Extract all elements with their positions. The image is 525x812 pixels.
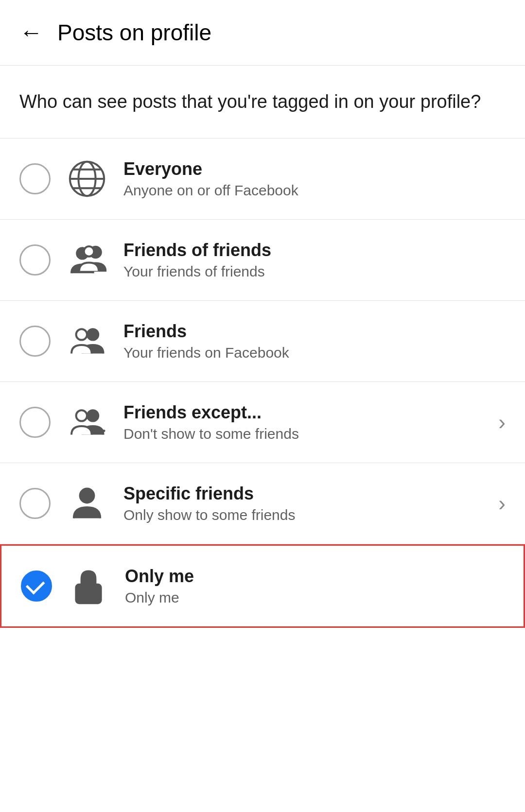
option-text-specific_friends: Specific friendsOnly show to some friend… [123,484,489,523]
back-button[interactable]: ← [19,21,43,44]
option-sublabel-friends_of_friends: Your friends of friends [123,263,506,280]
option-specific_friends[interactable]: Specific friendsOnly show to some friend… [0,463,525,544]
option-sublabel-only_me: Only me [125,589,504,606]
svg-point-10 [88,410,98,421]
option-label-only_me: Only me [125,566,504,587]
option-only_me[interactable]: Only meOnly me [0,544,525,628]
option-label-friends_of_friends: Friends of friends [123,240,506,260]
option-friends_except[interactable]: Friends except...Don't show to some frie… [0,382,525,463]
friends-icon [65,319,109,363]
option-text-friends: FriendsYour friends on Facebook [123,321,506,361]
option-label-everyone: Everyone [123,159,506,179]
radio-specific_friends[interactable] [19,488,51,519]
specific-friends-icon [65,482,109,525]
option-sublabel-friends: Your friends on Facebook [123,345,506,361]
svg-point-7 [84,246,94,257]
globe-icon [65,157,109,201]
radio-friends_except[interactable] [19,407,51,438]
option-sublabel-friends_except: Don't show to some friends [123,426,489,442]
friends-of-friends-icon [65,238,109,282]
page-title: Posts on profile [57,19,211,46]
option-text-only_me: Only meOnly me [125,566,504,606]
chevron-right-icon: › [498,410,506,434]
option-label-specific_friends: Specific friends [123,484,489,504]
option-everyone[interactable]: EveryoneAnyone on or off Facebook [0,138,525,220]
options-list: EveryoneAnyone on or off Facebook Friend… [0,138,525,628]
friends-except-icon [65,400,109,444]
option-label-friends: Friends [123,321,506,342]
chevron-right-icon: › [498,491,506,516]
option-text-everyone: EveryoneAnyone on or off Facebook [123,159,506,199]
svg-point-9 [76,329,87,340]
description-section: Who can see posts that you're tagged in … [0,66,525,138]
radio-friends_of_friends[interactable] [19,244,51,276]
option-friends_of_friends[interactable]: Friends of friendsYour friends of friend… [0,220,525,301]
lock-icon [67,564,110,608]
option-text-friends_except: Friends except...Don't show to some frie… [123,402,489,442]
radio-friends[interactable] [19,326,51,357]
option-friends[interactable]: FriendsYour friends on Facebook [0,301,525,382]
option-sublabel-everyone: Anyone on or off Facebook [123,182,506,199]
description-text: Who can see posts that you're tagged in … [19,89,506,115]
radio-everyone[interactable] [19,163,51,194]
header: ← Posts on profile [0,0,525,66]
svg-point-8 [88,329,98,340]
svg-point-11 [76,410,87,421]
option-label-friends_except: Friends except... [123,402,489,423]
svg-rect-14 [76,585,101,603]
svg-point-13 [80,489,94,503]
option-sublabel-specific_friends: Only show to some friends [123,507,489,523]
option-text-friends_of_friends: Friends of friendsYour friends of friend… [123,240,506,280]
radio-only_me[interactable] [21,570,52,602]
